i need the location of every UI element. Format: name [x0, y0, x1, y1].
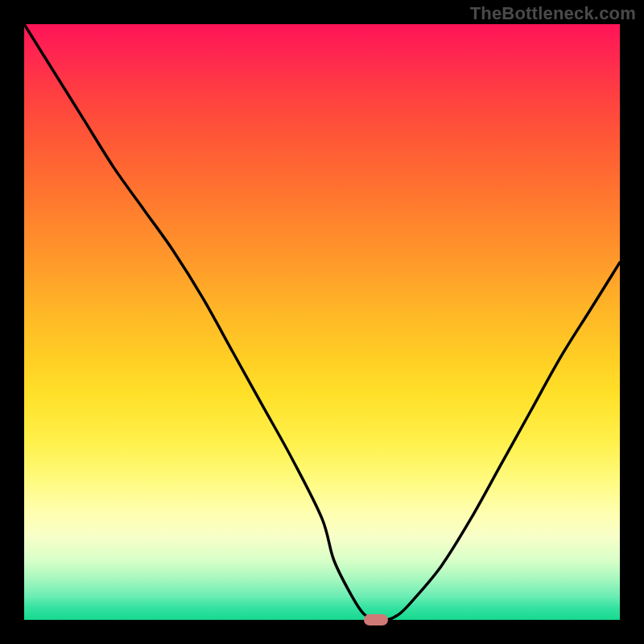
bottleneck-curve: [24, 24, 620, 620]
chart-frame: TheBottleneck.com: [0, 0, 644, 644]
plot-area: [24, 24, 620, 620]
optimal-marker: [364, 614, 388, 625]
curve-path: [24, 24, 620, 620]
watermark-text: TheBottleneck.com: [470, 3, 636, 24]
